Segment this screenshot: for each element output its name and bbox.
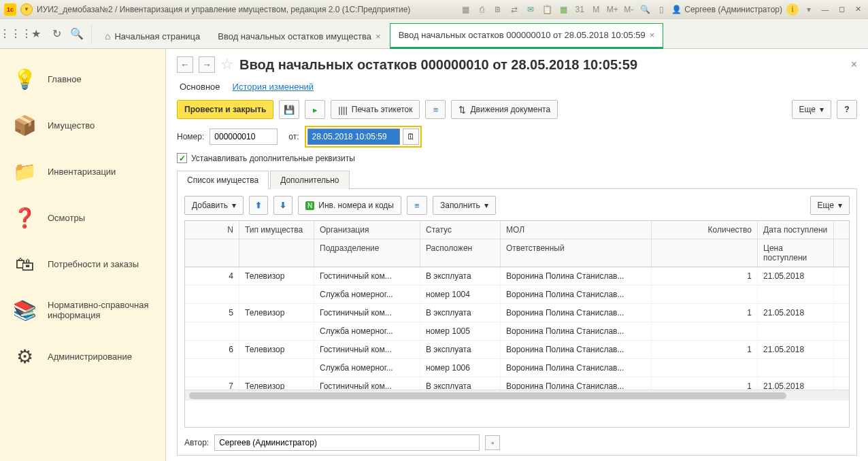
number-input[interactable] [210,129,278,145]
col-org[interactable]: Организация [314,221,420,239]
sidebar-item-inventory[interactable]: 📁Инвентаризации [0,148,165,194]
zoom-icon[interactable]: 🔍 [639,3,651,16]
btn-label: Инв. номера и коды [318,201,394,210]
col-mol[interactable]: МОЛ [501,221,652,239]
print-labels-button[interactable]: ||||Печать этикеток [331,100,420,119]
folder-icon: 📁 [11,158,38,185]
more-button[interactable]: Еще ▾ [792,100,831,119]
send-icon[interactable]: ✉ [524,3,537,16]
doc-icon[interactable]: 🗎 [492,3,504,16]
sidebar-item-admin[interactable]: ⚙Администрирование [0,333,165,379]
col2-responsible[interactable]: Ответственный [501,239,652,267]
panel-icon[interactable]: ▯ [655,3,667,16]
table: N Тип имущества Организация Статус МОЛ К… [184,220,850,428]
table-row[interactable]: 6ТелевизорГостиничный ком...В эксплуатаВ… [185,341,849,359]
close-icon[interactable]: × [375,31,381,41]
forward-button[interactable]: → [199,56,215,73]
minimize-button[interactable]: — [819,4,831,15]
main-area: 💡Главное 📦Имущество 📁Инвентаризации ❓Осм… [0,49,868,461]
subtab-main[interactable]: Основное [180,82,220,92]
move-down-button[interactable]: ⬇ [273,196,293,215]
search-icon[interactable]: 🔍 [67,24,87,44]
calc-icon[interactable]: 31 [573,3,586,16]
col-type[interactable]: Тип имущества [239,221,314,239]
tab-label: Ввод начальных остатков 000000010 от 28.… [399,30,646,40]
checkbox-row[interactable]: ✓ Устанавливать дополнительные реквизиты [177,153,857,163]
col-n[interactable]: N [185,221,239,239]
table-row-sub[interactable]: Служба номерног...номер 1004Воронина Пол… [185,286,849,304]
clipboard-icon[interactable]: 📋 [541,3,553,16]
scrollbar-thumb[interactable] [189,392,786,399]
table-row[interactable]: 7ТелевизорГостиничный ком...В эксплуатаВ… [185,377,849,390]
btn-label: Печать этикеток [352,105,413,114]
btn-label: Еще [818,201,834,210]
tab-initial-balances-list[interactable]: Ввод начальных остатков имущества × [209,23,389,49]
maximize-button[interactable]: ◻ [835,4,848,15]
help-button[interactable]: ? [837,100,857,119]
close-icon[interactable]: × [650,30,655,40]
table-body[interactable]: 4ТелевизорГостиничный ком...В эксплуатаВ… [185,267,849,390]
btn-label: Еще [799,105,816,114]
m-plus-icon[interactable]: M+ [606,3,618,16]
home-icon: ⌂ [105,31,110,41]
table-row[interactable]: 4ТелевизорГостиничный ком...В эксплуатаВ… [185,267,849,286]
star-icon[interactable]: ★ [26,24,46,44]
add-button[interactable]: Добавить ▾ [184,196,244,215]
tab-home[interactable]: ⌂ Начальная страница [96,23,209,49]
print-icon[interactable]: ⎙ [475,3,488,16]
dropdown2-icon[interactable]: ▾ [803,3,815,16]
list-button[interactable]: ≡ [425,100,446,119]
date-input[interactable] [307,129,400,145]
move-up-button[interactable]: ⬆ [249,196,268,215]
sidebar-item-main[interactable]: 💡Главное [0,56,165,102]
m-icon[interactable]: M [590,3,602,16]
checkbox-icon[interactable]: ✓ [177,153,187,163]
apps-icon[interactable]: ⋮⋮⋮ [5,24,26,44]
table-row-sub[interactable]: Служба номерног...номер 1005Воронина Пол… [185,322,849,341]
calendar-icon[interactable]: ▦ [557,3,569,16]
col-qty[interactable]: Количество [652,221,758,239]
table-row-sub[interactable]: Служба номерног...номер 1006Воронина Пол… [185,359,849,377]
close-window-button[interactable]: ✕ [852,4,864,15]
info-icon[interactable]: i [786,3,799,16]
back-button[interactable]: ← [177,56,193,73]
author-input[interactable] [214,434,480,451]
save-button[interactable]: 💾 [279,100,299,119]
favorite-star-icon[interactable]: ☆ [220,56,234,73]
post-and-close-button[interactable]: Провести и закрыть [177,100,273,119]
btn-label: Заполнить [440,201,480,210]
col-status[interactable]: Статус [420,221,501,239]
horizontal-scrollbar[interactable] [185,390,849,400]
sidebar-item-inspections[interactable]: ❓Осмотры [0,194,165,241]
tab-document-active[interactable]: Ввод начальных остатков 000000010 от 28.… [390,23,664,49]
fill-button[interactable]: Заполнить ▾ [433,196,496,215]
col-date[interactable]: Дата поступлени [758,221,834,239]
calendar-button[interactable]: 🗓 [403,129,419,145]
dropdown-icon[interactable]: ▼ [20,3,33,16]
m-minus-icon[interactable]: M- [622,3,635,16]
sub-tabs: Основное История изменений [180,82,857,92]
sidebar-label: Потребности и заказы [48,259,139,269]
col2-location[interactable]: Расположен [420,239,501,267]
list2-button[interactable]: ≡ [407,196,427,215]
sidebar-item-reference[interactable]: 📚Нормативно-справочная информация [0,287,165,333]
table-row[interactable]: 5ТелевизорГостиничный ком...В эксплуатаВ… [185,304,849,322]
col2-price[interactable]: Цена поступлени [758,239,834,267]
sidebar-item-property[interactable]: 📦Имущество [0,102,165,148]
open-button[interactable]: ▫ [485,435,500,450]
sidebar-item-needs[interactable]: 🛍Потребности и заказы [0,241,165,287]
close-page-button[interactable]: × [851,58,857,71]
history-icon[interactable]: ↻ [46,24,67,44]
movements-button[interactable]: ⇅Движения документа [451,100,558,119]
app-logo-icon: 1c [4,3,16,16]
inv-numbers-button[interactable]: NИнв. номера и коды [298,196,401,215]
post-button[interactable]: ▸ [305,100,325,119]
col2-dept[interactable]: Подразделение [314,239,420,267]
tab-additional[interactable]: Дополнительно [270,171,349,189]
tab-property-list[interactable]: Список имущества [177,171,269,189]
subtab-history[interactable]: История изменений [233,82,314,92]
user-menu[interactable]: 👤 Сергеев (Администратор) [671,5,782,14]
panel-more-button[interactable]: Еще ▾ [810,196,850,215]
grid-icon[interactable]: ▦ [459,3,471,16]
compare-icon[interactable]: ⇄ [508,3,520,16]
